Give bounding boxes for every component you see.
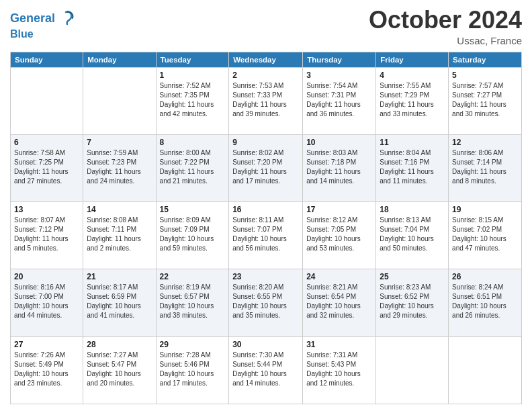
day-info: Sunrise: 8:06 AM Sunset: 7:14 PM Dayligh… <box>452 148 518 186</box>
day-info: Sunrise: 8:02 AM Sunset: 7:20 PM Dayligh… <box>232 148 299 186</box>
day-number: 11 <box>380 138 445 147</box>
day-number: 17 <box>306 205 372 214</box>
day-info: Sunrise: 8:12 AM Sunset: 7:05 PM Dayligh… <box>306 216 372 253</box>
weekday-header-thursday: Thursday <box>303 52 376 67</box>
calendar-cell: 1Sunrise: 7:52 AM Sunset: 7:35 PM Daylig… <box>156 67 229 134</box>
day-number: 8 <box>160 138 226 147</box>
day-number: 27 <box>14 340 79 349</box>
logo-icon <box>56 9 75 28</box>
day-info: Sunrise: 7:54 AM Sunset: 7:31 PM Dayligh… <box>306 81 372 119</box>
calendar-cell: 29Sunrise: 7:28 AM Sunset: 5:46 PM Dayli… <box>156 336 229 404</box>
day-info: Sunrise: 8:17 AM Sunset: 6:59 PM Dayligh… <box>87 283 152 320</box>
calendar-week-row: 20Sunrise: 8:16 AM Sunset: 7:00 PM Dayli… <box>11 269 522 336</box>
calendar-cell: 18Sunrise: 8:13 AM Sunset: 7:04 PM Dayli… <box>376 202 449 269</box>
calendar-cell: 6Sunrise: 7:58 AM Sunset: 7:25 PM Daylig… <box>11 134 83 201</box>
calendar-cell <box>376 336 449 404</box>
calendar-cell: 11Sunrise: 8:04 AM Sunset: 7:16 PM Dayli… <box>376 134 449 201</box>
calendar-cell: 12Sunrise: 8:06 AM Sunset: 7:14 PM Dayli… <box>449 134 522 201</box>
calendar-cell: 16Sunrise: 8:11 AM Sunset: 7:07 PM Dayli… <box>229 202 303 269</box>
calendar-cell: 27Sunrise: 7:26 AM Sunset: 5:49 PM Dayli… <box>11 336 83 404</box>
day-info: Sunrise: 7:57 AM Sunset: 7:27 PM Dayligh… <box>452 81 518 119</box>
logo-text: General <box>10 12 55 26</box>
day-info: Sunrise: 8:13 AM Sunset: 7:04 PM Dayligh… <box>380 216 445 253</box>
day-number: 7 <box>87 138 152 147</box>
day-number: 30 <box>232 340 299 349</box>
page: General Blue October 2024 Ussac, France … <box>0 0 532 411</box>
weekday-header-friday: Friday <box>376 52 449 67</box>
calendar-cell: 26Sunrise: 8:24 AM Sunset: 6:51 PM Dayli… <box>449 269 522 336</box>
day-info: Sunrise: 8:11 AM Sunset: 7:07 PM Dayligh… <box>232 216 299 253</box>
title-section: October 2024 Ussac, France <box>369 7 522 46</box>
day-info: Sunrise: 7:30 AM Sunset: 5:44 PM Dayligh… <box>232 351 299 388</box>
calendar-cell <box>11 67 83 134</box>
day-number: 14 <box>87 205 152 214</box>
day-info: Sunrise: 7:26 AM Sunset: 5:49 PM Dayligh… <box>14 351 79 388</box>
day-number: 1 <box>160 71 226 80</box>
day-info: Sunrise: 8:08 AM Sunset: 7:11 PM Dayligh… <box>87 216 152 253</box>
day-info: Sunrise: 8:00 AM Sunset: 7:22 PM Dayligh… <box>160 148 226 186</box>
day-number: 12 <box>452 138 518 147</box>
weekday-header-monday: Monday <box>83 52 156 67</box>
day-number: 20 <box>14 272 79 281</box>
day-info: Sunrise: 8:07 AM Sunset: 7:12 PM Dayligh… <box>14 216 79 253</box>
day-number: 31 <box>306 340 372 349</box>
calendar-cell: 3Sunrise: 7:54 AM Sunset: 7:31 PM Daylig… <box>303 67 376 134</box>
day-number: 19 <box>452 205 518 214</box>
calendar-cell: 14Sunrise: 8:08 AM Sunset: 7:11 PM Dayli… <box>83 202 156 269</box>
calendar-cell: 2Sunrise: 7:53 AM Sunset: 7:33 PM Daylig… <box>229 67 303 134</box>
day-number: 4 <box>380 71 445 80</box>
calendar-cell: 20Sunrise: 8:16 AM Sunset: 7:00 PM Dayli… <box>11 269 83 336</box>
day-info: Sunrise: 7:31 AM Sunset: 5:43 PM Dayligh… <box>306 351 372 388</box>
calendar-cell: 9Sunrise: 8:02 AM Sunset: 7:20 PM Daylig… <box>229 134 303 201</box>
month-title: October 2024 <box>369 7 522 34</box>
day-info: Sunrise: 8:23 AM Sunset: 6:52 PM Dayligh… <box>380 283 445 320</box>
day-info: Sunrise: 8:09 AM Sunset: 7:09 PM Dayligh… <box>160 216 226 253</box>
day-info: Sunrise: 8:19 AM Sunset: 6:57 PM Dayligh… <box>160 283 226 320</box>
calendar-week-row: 27Sunrise: 7:26 AM Sunset: 5:49 PM Dayli… <box>11 336 522 404</box>
calendar-cell: 7Sunrise: 7:59 AM Sunset: 7:23 PM Daylig… <box>83 134 156 201</box>
calendar-cell: 19Sunrise: 8:15 AM Sunset: 7:02 PM Dayli… <box>449 202 522 269</box>
calendar-cell: 21Sunrise: 8:17 AM Sunset: 6:59 PM Dayli… <box>83 269 156 336</box>
day-number: 22 <box>160 272 226 281</box>
day-info: Sunrise: 7:55 AM Sunset: 7:29 PM Dayligh… <box>380 81 445 119</box>
header: General Blue October 2024 Ussac, France <box>10 7 522 46</box>
calendar-header-row: SundayMondayTuesdayWednesdayThursdayFrid… <box>11 52 522 67</box>
day-number: 15 <box>160 205 226 214</box>
day-number: 29 <box>160 340 226 349</box>
day-number: 6 <box>14 138 79 147</box>
day-number: 25 <box>380 272 445 281</box>
calendar-cell: 25Sunrise: 8:23 AM Sunset: 6:52 PM Dayli… <box>376 269 449 336</box>
calendar-cell: 17Sunrise: 8:12 AM Sunset: 7:05 PM Dayli… <box>303 202 376 269</box>
calendar-week-row: 6Sunrise: 7:58 AM Sunset: 7:25 PM Daylig… <box>11 134 522 201</box>
calendar-week-row: 1Sunrise: 7:52 AM Sunset: 7:35 PM Daylig… <box>11 67 522 134</box>
calendar-cell: 8Sunrise: 8:00 AM Sunset: 7:22 PM Daylig… <box>156 134 229 201</box>
calendar-cell: 31Sunrise: 7:31 AM Sunset: 5:43 PM Dayli… <box>303 336 376 404</box>
weekday-header-tuesday: Tuesday <box>156 52 229 67</box>
day-info: Sunrise: 8:03 AM Sunset: 7:18 PM Dayligh… <box>306 148 372 186</box>
day-number: 5 <box>452 71 518 80</box>
day-info: Sunrise: 8:21 AM Sunset: 6:54 PM Dayligh… <box>306 283 372 320</box>
day-info: Sunrise: 8:04 AM Sunset: 7:16 PM Dayligh… <box>380 148 445 186</box>
calendar-cell: 15Sunrise: 8:09 AM Sunset: 7:09 PM Dayli… <box>156 202 229 269</box>
day-number: 3 <box>306 71 372 80</box>
day-number: 23 <box>232 272 299 281</box>
calendar-cell: 24Sunrise: 8:21 AM Sunset: 6:54 PM Dayli… <box>303 269 376 336</box>
day-info: Sunrise: 7:58 AM Sunset: 7:25 PM Dayligh… <box>14 148 79 186</box>
calendar-cell: 13Sunrise: 8:07 AM Sunset: 7:12 PM Dayli… <box>11 202 83 269</box>
day-number: 21 <box>87 272 152 281</box>
day-number: 16 <box>232 205 299 214</box>
calendar-cell: 10Sunrise: 8:03 AM Sunset: 7:18 PM Dayli… <box>303 134 376 201</box>
day-number: 10 <box>306 138 372 147</box>
calendar-week-row: 13Sunrise: 8:07 AM Sunset: 7:12 PM Dayli… <box>11 202 522 269</box>
weekday-header-sunday: Sunday <box>11 52 83 67</box>
day-info: Sunrise: 7:27 AM Sunset: 5:47 PM Dayligh… <box>87 351 152 388</box>
day-number: 9 <box>232 138 299 147</box>
calendar-cell <box>449 336 522 404</box>
day-info: Sunrise: 7:59 AM Sunset: 7:23 PM Dayligh… <box>87 148 152 186</box>
logo: General Blue <box>10 9 75 40</box>
calendar-cell: 23Sunrise: 8:20 AM Sunset: 6:55 PM Dayli… <box>229 269 303 336</box>
day-info: Sunrise: 7:28 AM Sunset: 5:46 PM Dayligh… <box>160 351 226 388</box>
location: Ussac, France <box>369 35 522 46</box>
day-info: Sunrise: 7:53 AM Sunset: 7:33 PM Dayligh… <box>232 81 299 119</box>
day-number: 13 <box>14 205 79 214</box>
